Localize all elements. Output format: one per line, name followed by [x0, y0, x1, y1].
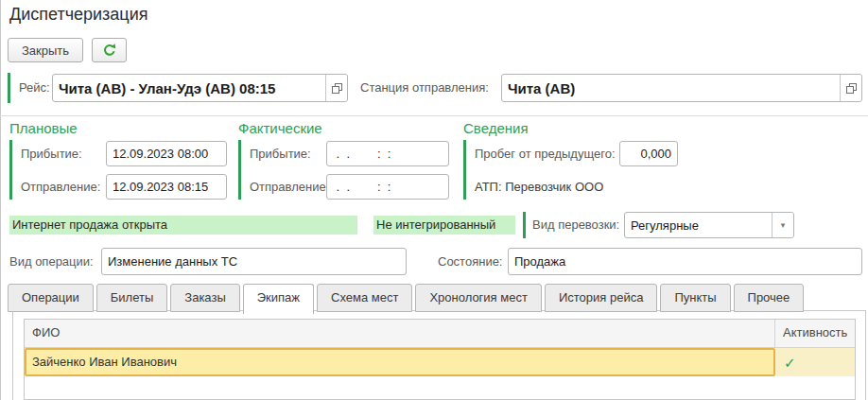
actual-departure-field[interactable]: . . : :	[326, 174, 449, 200]
planned-group-bar	[9, 140, 12, 200]
flight-value: Чита (АВ) - Улан-Удэ (АВ) 08:15	[53, 75, 325, 101]
integration-status: Не интегрированный	[373, 216, 515, 235]
check-icon: ✓	[784, 356, 796, 370]
tab-operations[interactable]: Операции	[8, 284, 94, 312]
window-left-border	[0, 0, 1, 400]
atp-text: АТП: Перевозчик ООО	[475, 174, 603, 200]
separator	[0, 115, 868, 116]
operation-kind-label: Вид операции:	[9, 248, 94, 275]
crew-fio-cell[interactable]: Зайченко Иван Иванович	[25, 348, 775, 376]
tab-points[interactable]: Пункты	[660, 284, 730, 312]
tab-bar: Операции Билеты Заказы Экипаж Схема мест…	[8, 284, 807, 314]
refresh-icon	[102, 43, 117, 58]
actual-arrival-placeholder: . . : :	[327, 142, 448, 165]
planned-departure-label: Отправление:	[21, 174, 100, 200]
flight-group-bar	[8, 73, 10, 103]
actual-departure-label: Отправление:	[250, 174, 329, 200]
info-section-title: Сведения	[463, 120, 529, 136]
station-label: Станция отправления:	[360, 74, 489, 102]
column-header-fio[interactable]: ФИО	[25, 320, 775, 347]
actual-arrival-field[interactable]: . . : :	[326, 141, 449, 166]
state-field[interactable]: Продажа	[508, 248, 862, 275]
mileage-field[interactable]: 0,000	[619, 141, 678, 166]
tab-orders[interactable]: Заказы	[170, 284, 239, 312]
operation-kind-value: Изменение данных ТС	[102, 249, 406, 274]
chevron-down-icon: ▾	[781, 220, 786, 230]
tab-flight-history[interactable]: История рейса	[545, 284, 657, 312]
internet-sale-status: Интернет продажа открыта	[9, 216, 357, 235]
planned-arrival-value: 12.09.2023 08:00	[107, 142, 226, 165]
planned-departure-value: 12.09.2023 08:15	[107, 175, 226, 199]
flight-label: Рейс:	[19, 74, 50, 102]
planned-departure-field[interactable]: 12.09.2023 08:15	[106, 174, 227, 200]
transport-kind-select[interactable]: Регулярные ▾	[624, 212, 794, 238]
column-header-activity[interactable]: Активность	[775, 320, 855, 347]
refresh-button[interactable]	[92, 38, 127, 62]
tab-other[interactable]: Прочее	[734, 284, 805, 312]
flight-open-button[interactable]	[325, 75, 347, 101]
planned-arrival-field[interactable]: 12.09.2023 08:00	[106, 141, 227, 166]
actual-arrival-label: Прибытие:	[250, 141, 311, 166]
tab-crew[interactable]: Экипаж	[243, 284, 314, 314]
station-open-button[interactable]	[840, 75, 861, 101]
flight-field[interactable]: Чита (АВ) - Улан-Удэ (АВ) 08:15	[52, 74, 348, 102]
crew-table-header: ФИО Активность	[25, 320, 855, 348]
page-title: Диспетчеризация	[9, 5, 148, 25]
tab-seat-map[interactable]: Схема мест	[317, 284, 412, 312]
table-row[interactable]: Зайченко Иван Иванович ✓	[25, 348, 855, 376]
open-field-icon	[332, 83, 342, 94]
transport-kind-label: Вид перевозки:	[532, 212, 619, 238]
operation-kind-field[interactable]: Изменение данных ТС	[101, 248, 407, 275]
tab-tickets[interactable]: Билеты	[96, 284, 167, 312]
actual-departure-placeholder: . . : :	[327, 175, 448, 199]
state-value: Продажа	[509, 249, 861, 274]
station-field[interactable]: Чита (АВ)	[501, 74, 862, 102]
planned-section-title: Плановые	[9, 120, 78, 136]
station-value: Чита (АВ)	[502, 75, 840, 101]
mileage-value: 0,000	[620, 142, 677, 165]
transport-kind-value: Регулярные	[625, 213, 772, 237]
crew-activity-cell[interactable]: ✓	[775, 348, 855, 376]
state-label: Состояние:	[438, 248, 502, 275]
tab-content-panel: ФИО Активность Зайченко Иван Иванович ✓	[12, 310, 866, 400]
tab-seat-chronology[interactable]: Хронология мест	[415, 284, 542, 312]
actual-section-title: Фактические	[238, 120, 322, 136]
mileage-label: Пробег от предыдущего:	[475, 141, 616, 166]
transport-group-bar	[523, 212, 526, 238]
planned-arrival-label: Прибытие:	[21, 141, 82, 166]
open-field-icon	[846, 83, 857, 94]
crew-table: ФИО Активность Зайченко Иван Иванович ✓	[24, 319, 856, 400]
transport-kind-dropdown-button[interactable]: ▾	[772, 213, 793, 237]
info-group-bar	[463, 140, 466, 200]
actual-group-bar	[238, 140, 241, 200]
close-button[interactable]: Закрыть	[8, 38, 83, 62]
